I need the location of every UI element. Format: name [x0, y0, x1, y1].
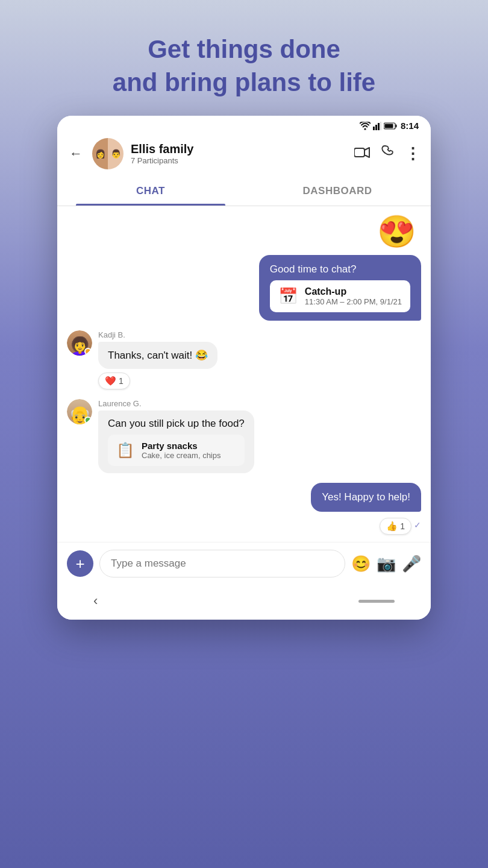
- svg-rect-1: [373, 127, 375, 130]
- add-button[interactable]: +: [67, 550, 93, 577]
- calendar-icon: 📅: [278, 287, 298, 306]
- back-button[interactable]: ←: [67, 143, 85, 164]
- phone-call-button[interactable]: [381, 145, 394, 162]
- heart-emoji: ❤️: [105, 376, 116, 386]
- laurence-message-content: Laurence G. Can you still pick up the fo…: [98, 399, 421, 473]
- camera-button[interactable]: 📷: [377, 555, 396, 573]
- bubble-outgoing-2: Yes! Happy to help!: [311, 483, 421, 512]
- status-dot-green: [84, 417, 92, 424]
- avatar-laurence: 👴: [67, 399, 92, 424]
- avatar-person2: 👨: [108, 138, 124, 169]
- svg-rect-2: [375, 125, 377, 130]
- laurence-bubble: Can you still pick up the food? 📋 Party …: [98, 410, 254, 473]
- task-list-icon: 📋: [116, 442, 134, 459]
- video-icon: [354, 147, 370, 158]
- svg-rect-8: [354, 148, 364, 157]
- more-options-button[interactable]: ⋮: [405, 145, 421, 163]
- event-card: 📅 Catch-up 11:30 AM – 2:00 PM, 9/1/21: [270, 280, 410, 312]
- signal-icon: [373, 122, 381, 130]
- status-time: 8:14: [401, 121, 419, 131]
- hero-section: Get things done and bring plans to life: [101, 0, 387, 116]
- thumbsup-count: 1: [400, 521, 405, 531]
- chat-body: 😍 Good time to chat? 📅 Catch-up 11:30 AM…: [57, 206, 431, 542]
- header-info: Ellis family 7 Participants: [131, 142, 347, 165]
- message-outgoing-1: Good time to chat? 📅 Catch-up 11:30 AM –…: [259, 255, 421, 321]
- svg-point-0: [364, 128, 366, 130]
- kadji-message-content: Kadji B. Thanks, can't wait! 😂 ❤️ 1: [98, 330, 421, 389]
- participants-count: 7 Participants: [131, 156, 347, 165]
- message-text-1: Good time to chat?: [270, 263, 357, 275]
- svg-marker-9: [364, 148, 369, 157]
- task-card: 📋 Party snacks Cake, ice cream, chips: [108, 435, 245, 466]
- hero-title: Get things done and bring plans to life: [113, 33, 375, 99]
- svg-rect-3: [378, 123, 380, 130]
- floating-emoji: 😍: [377, 213, 416, 250]
- battery-icon: [384, 122, 397, 130]
- event-title: Catch-up: [305, 286, 402, 297]
- message-incoming-kadji: 👩‍🦱 Kadji B. Thanks, can't wait! 😂 ❤️ 1: [67, 330, 421, 389]
- header-actions: ⋮: [354, 145, 421, 163]
- svg-rect-4: [380, 122, 381, 130]
- thumbsup-emoji: 👍: [386, 521, 398, 532]
- phone-icon: [381, 145, 394, 159]
- video-call-button[interactable]: [354, 146, 370, 162]
- outgoing-reactions: 👍 1: [380, 518, 411, 535]
- message-input[interactable]: [99, 550, 345, 577]
- kadji-bubble: Thanks, can't wait! 😂: [98, 342, 217, 369]
- svg-rect-7: [384, 124, 393, 128]
- svg-rect-6: [395, 124, 396, 127]
- status-icons: [360, 122, 397, 130]
- event-time: 11:30 AM – 2:00 PM, 9/1/21: [305, 297, 402, 306]
- home-indicator[interactable]: [358, 600, 395, 603]
- task-title: Party snacks: [142, 441, 221, 451]
- status-dot-orange: [84, 348, 92, 355]
- task-info: Party snacks Cake, ice cream, chips: [142, 441, 221, 460]
- avatar-person1: 👩: [92, 138, 108, 169]
- heart-count: 1: [119, 376, 124, 386]
- read-check: ✓: [414, 520, 421, 530]
- phone-mockup: 8:14 ← 👩 👨 Ellis family 7 Participants: [57, 116, 431, 620]
- system-back-button[interactable]: ‹: [93, 593, 98, 609]
- message-incoming-laurence: 👴 Laurence G. Can you still pick up the …: [67, 399, 421, 473]
- nav-bar: ‹: [57, 587, 431, 620]
- bubble-outgoing-1: Good time to chat? 📅 Catch-up 11:30 AM –…: [259, 255, 421, 321]
- tabs-bar: CHAT DASHBOARD: [57, 177, 431, 206]
- chat-header: ← 👩 👨 Ellis family 7 Participants ⋮: [57, 133, 431, 177]
- status-bar: 8:14: [57, 116, 431, 133]
- reaction-heart[interactable]: ❤️ 1: [98, 373, 130, 389]
- laurence-sender-name: Laurence G.: [98, 399, 421, 408]
- input-bar: + 😊 📷 🎤: [57, 542, 431, 587]
- avatar-kadji: 👩‍🦱: [67, 330, 92, 356]
- group-name: Ellis family: [131, 142, 347, 156]
- message-outgoing-2: Yes! Happy to help! 👍 1 ✓: [311, 483, 421, 535]
- kadji-sender-name: Kadji B.: [98, 330, 421, 339]
- wifi-icon: [360, 122, 371, 130]
- group-avatar: 👩 👨: [92, 138, 124, 169]
- reaction-thumbsup[interactable]: 👍 1: [380, 518, 411, 535]
- tab-dashboard[interactable]: DASHBOARD: [244, 177, 431, 206]
- mic-button[interactable]: 🎤: [402, 555, 421, 573]
- tab-chat[interactable]: CHAT: [57, 177, 244, 206]
- event-info: Catch-up 11:30 AM – 2:00 PM, 9/1/21: [305, 286, 402, 306]
- task-desc: Cake, ice cream, chips: [142, 451, 221, 460]
- emoji-picker-button[interactable]: 😊: [351, 555, 371, 573]
- kadji-reactions: ❤️ 1: [98, 373, 421, 389]
